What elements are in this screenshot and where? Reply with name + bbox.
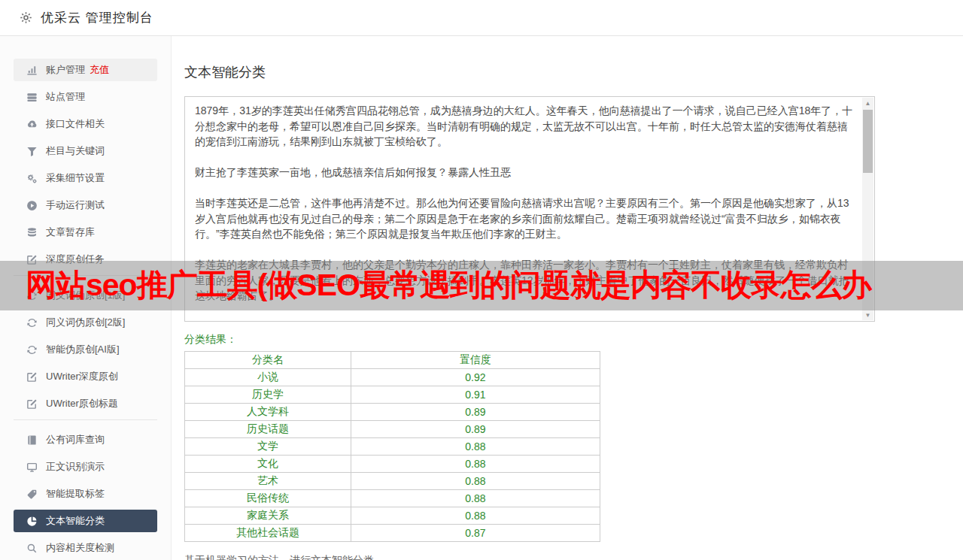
category-cell: 艺术 bbox=[185, 473, 351, 490]
sidebar-item-label: 正文识别演示 bbox=[46, 460, 105, 474]
edit-icon bbox=[26, 371, 38, 383]
refresh-icon bbox=[26, 344, 38, 356]
confidence-cell: 0.88 bbox=[351, 456, 600, 473]
table-header-row: 分类名 置信度 bbox=[185, 352, 600, 369]
database-icon bbox=[26, 227, 38, 238]
sidebar-item-collection-settings[interactable]: 采集细节设置 bbox=[14, 167, 157, 189]
category-cell: 家庭关系 bbox=[185, 507, 351, 525]
sidebar-item-synonym-rewrite-v2[interactable]: 同义词伪原创[2版] bbox=[14, 311, 157, 334]
category-cell: 文化 bbox=[185, 456, 351, 473]
confidence-cell: 0.88 bbox=[351, 438, 600, 456]
sidebar-item-uwriter-original-title[interactable]: UWriter原创标题 bbox=[14, 392, 157, 415]
scrollbar-thumb[interactable] bbox=[863, 110, 873, 173]
confidence-cell: 0.88 bbox=[351, 507, 600, 525]
table-row: 家庭关系 0.88 bbox=[185, 507, 600, 525]
footnote: 基于机器学习的方法，进行文本智能分类。 bbox=[184, 554, 963, 560]
sidebar-item-label: 账户管理 bbox=[46, 63, 85, 77]
sidebar-item-label: UWriter原创标题 bbox=[46, 397, 118, 410]
sidebar-item-label: 公有词库查询 bbox=[46, 433, 105, 446]
scroll-up-icon[interactable]: ▲ bbox=[862, 98, 873, 108]
sidebar-item-label: 采集细节设置 bbox=[46, 171, 105, 185]
sidebar-item-label: 智能提取标签 bbox=[46, 487, 105, 501]
column-header-confidence: 置信度 bbox=[351, 352, 600, 369]
monitor-icon bbox=[26, 462, 38, 473]
table-row: 艺术 0.88 bbox=[185, 473, 600, 490]
bar-chart-icon bbox=[26, 65, 38, 76]
sidebar-item-label: 站点管理 bbox=[46, 90, 85, 104]
sidebar-item-public-lexicon[interactable]: 公有词库查询 bbox=[14, 428, 157, 451]
recharge-badge[interactable]: 充值 bbox=[90, 63, 109, 77]
table-row: 其他社会话题 0.87 bbox=[185, 525, 600, 542]
category-cell: 小说 bbox=[185, 369, 351, 386]
sidebar-item-label: 智能伪原创[AI版] bbox=[46, 343, 120, 356]
confidence-cell: 0.89 bbox=[351, 421, 600, 438]
sidebar-item-label: 接口文件相关 bbox=[46, 117, 105, 131]
sidebar-item-label: 内容相关度检测 bbox=[46, 541, 114, 555]
sidebar-item-label: UWriter深度原创 bbox=[46, 370, 118, 383]
refresh-icon bbox=[26, 317, 38, 328]
sidebar-item-uwriter-deep-original[interactable]: UWriter深度原创 bbox=[14, 365, 157, 388]
app-root: 优采云 管理控制台 账户管理 充值 站点管理 接口文件相关 bbox=[0, 0, 963, 560]
sidebar-item-label: 文本智能分类 bbox=[46, 514, 105, 528]
book-icon bbox=[26, 434, 38, 446]
app-title: 优采云 管理控制台 bbox=[41, 9, 153, 26]
sidebar-item-content-recognition-demo[interactable]: 正文识别演示 bbox=[14, 456, 157, 478]
table-row: 历史话题 0.89 bbox=[185, 421, 600, 438]
sidebar-item-account[interactable]: 账户管理 充值 bbox=[14, 59, 157, 81]
tag-icon bbox=[26, 489, 38, 500]
category-cell: 文学 bbox=[185, 438, 351, 456]
page-title: 文本智能分类 bbox=[184, 63, 963, 81]
table-row: 人文学科 0.89 bbox=[185, 404, 600, 421]
promo-overlay-banner: 网站seo推广工具(做SEO最常遇到的问题就是内容不收录怎么办 bbox=[0, 261, 963, 310]
sidebar-item-content-relevance[interactable]: 内容相关度检测 bbox=[14, 537, 157, 559]
cloud-upload-icon bbox=[26, 119, 38, 130]
category-cell: 民俗传统 bbox=[185, 490, 351, 507]
confidence-cell: 0.92 bbox=[351, 369, 600, 386]
sidebar-item-text-classification[interactable]: 文本智能分类 bbox=[14, 510, 157, 532]
sidebar-item-label: 同义词伪原创[2版] bbox=[46, 316, 125, 329]
play-circle-icon bbox=[26, 200, 38, 211]
table-row: 文化 0.88 bbox=[185, 456, 600, 473]
table-row: 小说 0.92 bbox=[185, 369, 600, 386]
server-icon bbox=[26, 92, 38, 103]
column-header-category: 分类名 bbox=[185, 352, 351, 369]
edit-icon bbox=[26, 398, 38, 410]
table-row: 文学 0.88 bbox=[185, 438, 600, 456]
gears-icon bbox=[26, 173, 38, 184]
confidence-cell: 0.88 bbox=[351, 490, 600, 507]
gear-icon bbox=[19, 11, 33, 25]
table-row: 民俗传统 0.88 bbox=[185, 490, 600, 507]
sidebar-item-columns-keywords[interactable]: 栏目与关键词 bbox=[14, 140, 157, 162]
results-label: 分类结果： bbox=[184, 333, 963, 347]
sidebar-item-sites[interactable]: 站点管理 bbox=[14, 86, 157, 108]
sidebar-divider bbox=[14, 419, 157, 420]
scroll-down-icon[interactable]: ▼ bbox=[862, 310, 873, 320]
sidebar-item-label: 文章暂存库 bbox=[46, 226, 95, 239]
category-cell: 其他社会话题 bbox=[185, 525, 351, 542]
app-header: 优采云 管理控制台 bbox=[0, 0, 963, 36]
confidence-cell: 0.89 bbox=[351, 404, 600, 421]
category-cell: 历史学 bbox=[185, 386, 351, 404]
category-cell: 人文学科 bbox=[185, 404, 351, 421]
sidebar-item-interface-files[interactable]: 接口文件相关 bbox=[14, 113, 157, 135]
search-icon bbox=[26, 543, 38, 554]
confidence-cell: 0.88 bbox=[351, 473, 600, 490]
confidence-cell: 0.87 bbox=[351, 525, 600, 542]
sidebar-item-label: 栏目与关键词 bbox=[46, 144, 105, 158]
results-table: 分类名 置信度 小说 0.92 历史学 0.91 人文学科 0.89 历史话题 bbox=[184, 351, 600, 542]
sidebar-item-article-staging[interactable]: 文章暂存库 bbox=[14, 221, 157, 244]
confidence-cell: 0.91 bbox=[351, 386, 600, 404]
sidebar-item-smart-tag-extraction[interactable]: 智能提取标签 bbox=[14, 483, 157, 505]
category-cell: 历史话题 bbox=[185, 421, 351, 438]
pie-chart-icon bbox=[26, 516, 38, 527]
sidebar-item-label: 手动运行测试 bbox=[46, 198, 105, 212]
sidebar-item-manual-run-test[interactable]: 手动运行测试 bbox=[14, 194, 157, 216]
sidebar-item-ai-rewrite[interactable]: 智能伪原创[AI版] bbox=[14, 338, 157, 361]
table-row: 历史学 0.91 bbox=[185, 386, 600, 404]
funnel-icon bbox=[26, 146, 38, 157]
